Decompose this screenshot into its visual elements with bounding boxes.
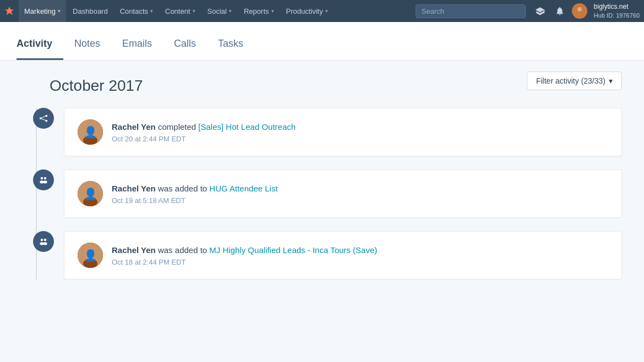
svg-line-6 — [42, 119, 46, 120]
chevron-down-icon: ▾ — [609, 76, 613, 85]
search-input[interactable] — [416, 4, 526, 18]
contact-avatar — [78, 243, 103, 268]
chevron-down-icon: ▾ — [150, 8, 153, 14]
notifications-icon[interactable] — [552, 3, 567, 19]
contact-avatar — [78, 119, 103, 145]
activity-description: Rachel Yen was added to HUG Attendee Lis… — [112, 183, 608, 205]
top-navigation: Marketing ▾ Dashboard Contacts ▾ Content… — [0, 0, 644, 22]
svg-point-16 — [86, 187, 95, 195]
nav-productivity[interactable]: Productivity ▾ — [281, 0, 334, 22]
activity-timestamp: Oct 20 at 2:44 PM EDT — [112, 135, 608, 143]
main-content: Filter activity (23/33) ▾ October 2017 — [0, 61, 644, 362]
chevron-down-icon: ▾ — [325, 8, 328, 14]
activity-timestamp: Oct 18 at 2:44 PM EDT — [112, 258, 608, 266]
svg-point-18 — [41, 239, 43, 242]
svg-point-3 — [45, 115, 47, 117]
svg-point-21 — [43, 242, 47, 245]
user-info[interactable]: biglytics.net Hub ID: 1976760 — [594, 3, 640, 19]
activity-item: Rachel Yen completed [Sales] Hot Lead Ou… — [33, 108, 622, 156]
nav-social[interactable]: Social ▾ — [202, 0, 237, 22]
app-logo[interactable] — [4, 6, 14, 16]
tab-calls[interactable]: Calls — [174, 39, 207, 60]
contact-name[interactable]: Rachel Yen — [112, 245, 156, 255]
svg-point-2 — [40, 117, 42, 119]
activity-item: Rachel Yen was added to HUG Attendee Lis… — [33, 169, 622, 218]
activity-description: Rachel Yen completed [Sales] Hot Lead Ou… — [112, 121, 608, 144]
svg-point-17 — [83, 197, 97, 206]
svg-point-23 — [86, 248, 95, 257]
svg-point-8 — [86, 125, 95, 134]
activity-item: Rachel Yen was added to MJ Highly Qualif… — [33, 231, 622, 279]
activity-link[interactable]: HUG Attendee List — [209, 184, 277, 193]
contact-name[interactable]: Rachel Yen — [112, 122, 156, 131]
svg-point-10 — [86, 125, 95, 134]
nav-contacts[interactable]: Contacts ▾ — [114, 0, 159, 22]
svg-point-12 — [44, 177, 47, 180]
contact-name[interactable]: Rachel Yen — [112, 184, 156, 193]
svg-point-0 — [577, 7, 582, 12]
activity-link[interactable]: MJ Highly Qualified Leads - Inca Tours (… — [209, 245, 377, 255]
svg-point-24 — [83, 259, 97, 268]
tab-notes[interactable]: Notes — [74, 39, 111, 60]
chevron-down-icon: ▾ — [193, 8, 195, 14]
nav-dashboard[interactable]: Dashboard — [67, 0, 113, 22]
chevron-down-icon: ▾ — [229, 8, 232, 14]
activity-timeline: Rachel Yen completed [Sales] Hot Lead Ou… — [17, 108, 622, 279]
svg-point-4 — [45, 120, 47, 122]
list-icon — [33, 169, 54, 190]
chevron-down-icon: ▾ — [58, 8, 61, 14]
user-avatar[interactable] — [572, 3, 587, 19]
academy-icon[interactable] — [532, 3, 548, 19]
tabs-bar: Activity Notes Emails Calls Tasks — [0, 22, 644, 61]
tab-emails[interactable]: Emails — [122, 39, 163, 60]
svg-point-1 — [576, 13, 583, 17]
chevron-down-icon: ▾ — [271, 8, 274, 14]
activity-card: Rachel Yen completed [Sales] Hot Lead Ou… — [64, 108, 622, 156]
activity-card: Rachel Yen was added to MJ Highly Qualif… — [64, 231, 622, 279]
svg-point-9 — [83, 135, 97, 145]
contact-avatar — [78, 181, 103, 206]
svg-point-14 — [43, 180, 47, 183]
tab-activity[interactable]: Activity — [17, 39, 63, 60]
nav-marketing[interactable]: Marketing ▾ — [19, 0, 66, 22]
activity-description: Rachel Yen was added to MJ Highly Qualif… — [112, 244, 608, 267]
nav-content[interactable]: Content ▾ — [160, 0, 201, 22]
svg-point-11 — [41, 177, 43, 180]
list-icon — [33, 231, 54, 252]
activity-timestamp: Oct 19 at 5:18 AM EDT — [112, 196, 608, 205]
nav-icons: biglytics.net Hub ID: 1976760 — [532, 3, 640, 19]
activity-link[interactable]: [Sales] Hot Lead Outreach — [198, 122, 296, 131]
filter-activity-button[interactable]: Filter activity (23/33) ▾ — [527, 72, 622, 90]
nav-reports[interactable]: Reports ▾ — [238, 0, 280, 22]
activity-card: Rachel Yen was added to HUG Attendee Lis… — [64, 169, 622, 218]
svg-point-19 — [44, 239, 47, 242]
workflow-icon — [33, 108, 54, 129]
tab-tasks[interactable]: Tasks — [218, 39, 254, 60]
svg-line-5 — [42, 116, 46, 118]
